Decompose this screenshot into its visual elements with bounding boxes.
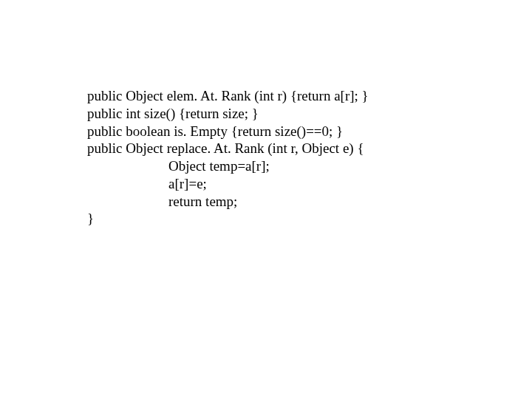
code-line-4: public Object replace. At. Rank (int r, … bbox=[87, 140, 532, 157]
code-line-3: public boolean is. Empty {return size()=… bbox=[87, 123, 532, 140]
code-line-7: return temp; bbox=[87, 193, 532, 211]
code-line-1: public Object elem. At. Rank (int r) {re… bbox=[87, 87, 532, 105]
code-line-6: a[r]=e; bbox=[87, 175, 532, 193]
code-line-2: public int size() {return size; } bbox=[87, 105, 532, 123]
code-line-5: Object temp=a[r]; bbox=[87, 157, 532, 175]
code-line-8: } bbox=[87, 210, 532, 228]
